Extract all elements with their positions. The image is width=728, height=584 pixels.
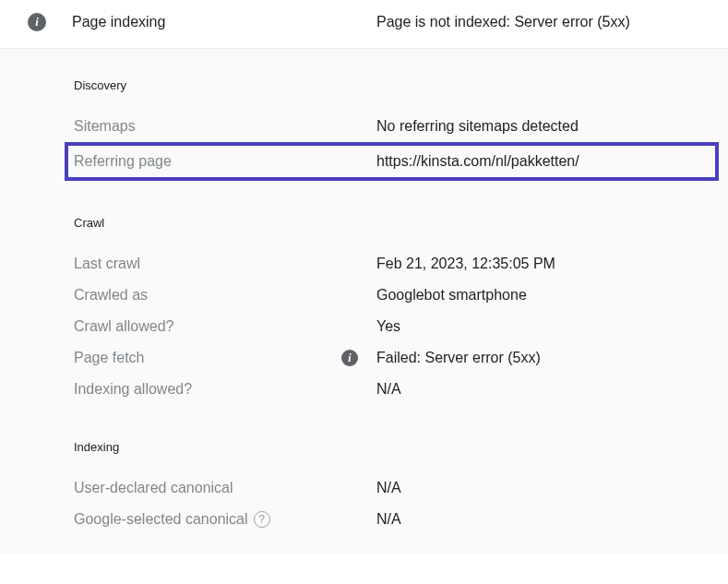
row-indexing-allowed: Indexing allowed? N/A (74, 374, 710, 405)
section-discovery-title: Discovery (74, 78, 710, 92)
help-icon[interactable]: ? (254, 511, 270, 528)
page-indexing-header: i Page indexing Page is not indexed: Ser… (0, 0, 728, 49)
label-crawl-allowed: Crawl allowed? (74, 318, 376, 335)
label-page-fetch-text: Page fetch (74, 350, 145, 366)
value-referring-page: https://kinsta.com/nl/pakketten/ (376, 153, 579, 170)
label-crawled-as: Crawled as (74, 287, 376, 304)
value-indexing-allowed: N/A (376, 381, 401, 398)
row-google-canonical: Google-selected canonical ? N/A (74, 504, 710, 535)
value-crawled-as: Googlebot smartphone (376, 287, 527, 304)
info-icon[interactable]: i (341, 350, 358, 366)
row-crawled-as: Crawled as Googlebot smartphone (74, 280, 710, 311)
value-crawl-allowed: Yes (376, 318, 400, 335)
label-google-canonical: Google-selected canonical ? (74, 511, 376, 528)
label-page-fetch: Page fetch i (74, 350, 376, 366)
label-last-crawl: Last crawl (74, 256, 376, 272)
label-user-canonical: User-declared canonical (74, 480, 376, 496)
section-crawl-title: Crawl (74, 216, 710, 230)
details-panel: Discovery Sitemaps No referring sitemaps… (0, 49, 728, 554)
row-crawl-allowed: Crawl allowed? Yes (74, 311, 710, 342)
row-sitemaps: Sitemaps No referring sitemaps detected (74, 111, 710, 142)
label-google-canonical-text: Google-selected canonical (74, 511, 248, 528)
row-user-canonical: User-declared canonical N/A (74, 472, 710, 504)
value-last-crawl: Feb 21, 2023, 12:35:05 PM (376, 256, 555, 272)
value-google-canonical: N/A (376, 511, 401, 528)
label-sitemaps: Sitemaps (74, 118, 376, 135)
value-sitemaps: No referring sitemaps detected (376, 118, 579, 135)
info-icon: i (28, 13, 46, 31)
value-page-fetch: Failed: Server error (5xx) (376, 350, 541, 366)
label-referring-page: Referring page (74, 153, 376, 170)
header-status: Page is not indexed: Server error (5xx) (376, 14, 630, 30)
row-page-fetch: Page fetch i Failed: Server error (5xx) (74, 342, 710, 374)
row-referring-page: Referring page https://kinsta.com/nl/pak… (65, 142, 719, 181)
label-indexing-allowed: Indexing allowed? (74, 381, 376, 398)
section-indexing-title: Indexing (74, 440, 710, 454)
header-title: Page indexing (72, 14, 376, 30)
value-user-canonical: N/A (376, 480, 401, 496)
row-last-crawl: Last crawl Feb 21, 2023, 12:35:05 PM (74, 248, 710, 280)
